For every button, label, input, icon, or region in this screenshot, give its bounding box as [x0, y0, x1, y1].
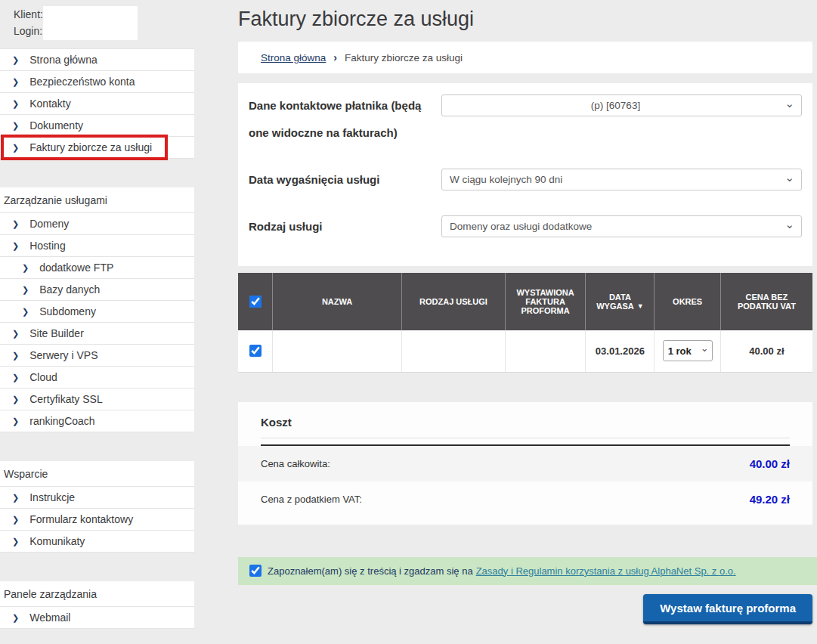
cell-nazwa — [273, 330, 402, 372]
sidebar-item-label: Bazy danych — [39, 283, 100, 296]
section-title-zarzadzanie-uslugami: Zarządzanie usługami — [0, 187, 194, 213]
sidebar-item-label: Certyfikaty SSL — [29, 393, 102, 405]
select-all-header-cell — [238, 273, 273, 330]
chevron-right-icon: ❯ — [12, 77, 19, 87]
vat-price-row: Cena z podatkiem VAT: 49.20 zł — [238, 481, 812, 517]
chevron-right-icon: ❯ — [12, 537, 19, 546]
chevron-right-icon: ❯ — [12, 351, 19, 361]
main-content: Faktury zbiorcze za usługi Strona główna… — [194, 0, 817, 644]
form-row-expiry: Data wygaśnięcia usługi W ciągu kolejnyc… — [249, 166, 802, 194]
table-header-row: NAZWA RODZAJ USŁUGI WYSTAWIONA FAKTURA P… — [238, 273, 812, 330]
column-header-rodzaj-uslugi: RODZAJ USŁUGI — [402, 273, 506, 330]
sidebar-item-label: Cloud — [29, 371, 57, 383]
row-checkbox[interactable] — [249, 345, 262, 357]
form-row-service-type: Rodzaj usługi Domeny oraz usługi dodatko… — [249, 213, 802, 240]
terms-text: Zapoznałem(am) się z treścią i zgadzam s… — [268, 565, 473, 577]
sidebar-item-cloud[interactable]: ❯ Cloud — [0, 367, 194, 389]
sidebar-item-label: Strona główna — [29, 54, 97, 66]
sidebar-item-bezpieczenstwo-konta[interactable]: ❯ Bezpieczeństwo konta — [0, 71, 194, 93]
expiry-date-select[interactable]: W ciągu kolejnych 90 dni — [441, 169, 802, 190]
cell-data-wygasa: 03.01.2026 — [586, 330, 655, 372]
sidebar-item-label: Instrukcje — [29, 491, 75, 503]
sidebar-item-label: dodatkowe FTP — [39, 262, 113, 274]
cost-heading: Koszt — [261, 416, 790, 438]
section-title-panele-zarzadzania: Panele zarządzania — [0, 581, 194, 607]
chevron-right-icon: ❯ — [12, 416, 19, 426]
vat-price-value: 49.20 zł — [750, 493, 790, 506]
chevron-right-icon: ❯ — [12, 329, 19, 339]
sidebar-item-dokumenty[interactable]: ❯ Dokumenty — [0, 115, 194, 137]
sidebar-item-webmail[interactable]: ❯ Webmail — [0, 607, 194, 629]
chevron-right-icon: ❯ — [12, 121, 19, 131]
sidebar-item-label: Webmail — [29, 611, 70, 624]
sidebar-item-hosting[interactable]: ❯ Hosting — [0, 235, 194, 257]
chevron-right-icon: ❯ — [12, 373, 19, 382]
chevron-right-icon: ❯ — [12, 241, 19, 251]
expiry-date-label: Data wygaśnięcia usługi — [249, 166, 441, 194]
column-header-okres: OKRES — [655, 273, 720, 330]
sidebar-panels-menu: ❯ Webmail — [0, 607, 194, 629]
cell-wystawiona — [505, 330, 585, 372]
sidebar-item-faktury-zbiorcze[interactable]: ❯ Faktury zbiorcze za usługi — [0, 137, 194, 159]
sidebar-item-dodatkowe-ftp[interactable]: ❯ dodatkowe FTP — [0, 257, 194, 279]
sidebar-item-formularz-kontaktowy[interactable]: ❯ Formularz kontaktowy — [0, 509, 194, 531]
column-header-wystawiona-faktura: WYSTAWIONA FAKTURA PROFORMA — [505, 273, 585, 330]
table-row: 03.01.2026 1 rok ⌄ 40.00 zł — [238, 330, 812, 372]
vat-price-label: Cena z podatkiem VAT: — [261, 494, 362, 505]
sidebar-item-label: Komunikaty — [29, 535, 85, 547]
actions-bar: Wystaw fakturę proforma — [238, 594, 812, 624]
sidebar-item-serwery-i-vps[interactable]: ❯ Serwery i VPS — [0, 345, 194, 367]
sidebar-item-label: rankingCoach — [29, 415, 94, 427]
breadcrumb-home-link[interactable]: Strona główna — [261, 52, 326, 63]
cell-cena: 40.00 zł — [720, 330, 812, 372]
sidebar-item-strona-glowna[interactable]: ❯ Strona główna — [0, 49, 194, 71]
breadcrumb-current: Faktury zbiorcze za usługi — [345, 52, 463, 63]
chevron-right-icon: ❯ — [12, 493, 19, 503]
chevron-right-icon: ❯ — [22, 285, 29, 295]
sidebar-item-subdomeny[interactable]: ❯ Subdomeny — [0, 301, 194, 323]
sidebar-item-label: Hosting — [29, 240, 65, 252]
sidebar-item-label: Formularz kontaktowy — [29, 513, 133, 525]
terms-checkbox[interactable] — [249, 565, 262, 577]
sidebar-item-komunikaty[interactable]: ❯ Komunikaty — [0, 531, 194, 553]
total-price-label: Cena całkowita: — [261, 458, 330, 469]
sidebar-item-label: Site Builder — [29, 327, 84, 339]
sidebar-item-label: Kontakty — [29, 98, 70, 110]
sidebar-item-label: Bezpieczeństwo konta — [29, 76, 135, 88]
sidebar-item-site-builder[interactable]: ❯ Site Builder — [0, 323, 194, 345]
select-all-checkbox[interactable] — [249, 296, 262, 308]
service-type-select[interactable]: Domeny oraz usługi dodatkowe — [441, 215, 802, 237]
cell-select — [238, 330, 273, 372]
sidebar-item-domeny[interactable]: ❯ Domeny — [0, 213, 194, 235]
sidebar-support-menu: ❯ Instrukcje ❯ Formularz kontaktowy ❯ Ko… — [0, 487, 194, 553]
sidebar-item-certyfikaty-ssl[interactable]: ❯ Certyfikaty SSL — [0, 389, 194, 410]
payer-contact-label: Dane kontaktowe płatnika (będą one widoc… — [249, 92, 441, 147]
page-title: Faktury zbiorcze za usługi — [238, 8, 812, 31]
filter-form: Dane kontaktowe płatnika (będą one widoc… — [238, 83, 812, 266]
breadcrumb-separator-icon: › — [333, 51, 337, 63]
chevron-right-icon: ❯ — [22, 307, 29, 317]
terms-link[interactable]: Zasady i Regulamin korzystania z usług A… — [476, 565, 736, 577]
total-price-row: Cena całkowita: 40.00 zł — [238, 446, 812, 481]
cell-okres: 1 rok ⌄ — [655, 330, 720, 372]
sidebar-item-rankingcoach[interactable]: ❯ rankingCoach — [0, 410, 194, 432]
payer-contact-select[interactable]: (p) [60763] — [441, 94, 802, 116]
chevron-right-icon: ❯ — [12, 395, 19, 404]
terms-bar: Zapoznałem(am) się z treścią i zgadzam s… — [238, 557, 817, 585]
sidebar-item-instrukcje[interactable]: ❯ Instrukcje — [0, 487, 194, 509]
service-type-label: Rodzaj usługi — [249, 213, 441, 240]
sidebar-item-kontakty[interactable]: ❯ Kontakty — [0, 93, 194, 115]
sidebar-services-menu: ❯ Domeny ❯ Hosting ❯ dodatkowe FTP ❯ Baz… — [0, 213, 194, 432]
issue-proforma-button[interactable]: Wystaw fakturę proforma — [643, 594, 812, 624]
sidebar: Klient: Login: ❯ Strona główna ❯ Bezpiec… — [0, 0, 194, 644]
period-select[interactable]: 1 rok — [663, 340, 713, 361]
client-value-box — [43, 6, 138, 40]
sidebar-item-bazy-danych[interactable]: ❯ Bazy danych — [0, 279, 194, 301]
column-header-nazwa: NAZWA — [273, 273, 402, 330]
sidebar-main-menu: ❯ Strona główna ❯ Bezpieczeństwo konta ❯… — [0, 48, 194, 159]
section-title-wsparcie: Wsparcie — [0, 461, 194, 487]
column-header-data-wygasa[interactable]: DATA WYGASA▼ — [586, 273, 655, 330]
chevron-right-icon: ❯ — [22, 263, 29, 273]
chevron-right-icon: ❯ — [12, 613, 19, 623]
sidebar-item-label: Subdomeny — [39, 305, 96, 317]
